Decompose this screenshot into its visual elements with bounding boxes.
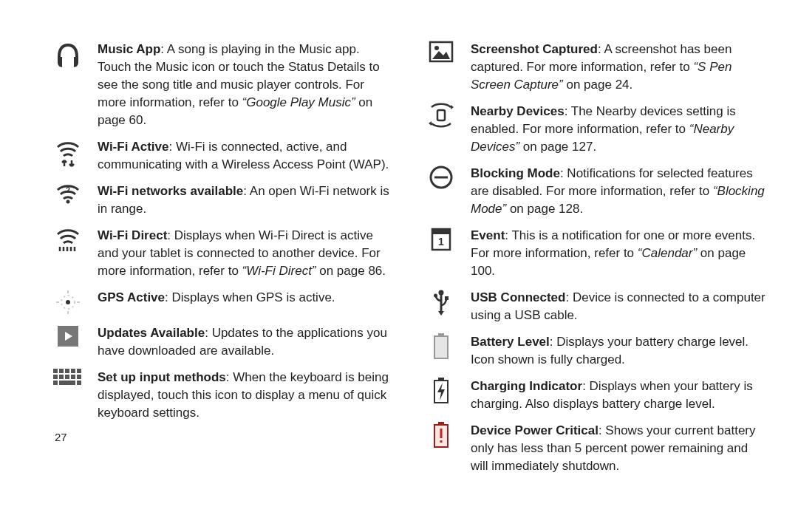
desc-charging: Charging Indicator: Displays when your b… xyxy=(471,378,768,413)
page-number: 27 xyxy=(55,431,395,443)
entry-wifi-direct: Wi-Fi Direct: Displays when Wi-Fi Direct… xyxy=(52,227,395,280)
svg-marker-41 xyxy=(438,311,444,316)
svg-rect-16 xyxy=(59,369,64,373)
entry-event: 1 Event: This is a notification for one … xyxy=(425,227,768,280)
keyboard-icon xyxy=(52,369,84,386)
usb-icon xyxy=(425,289,457,317)
entry-screenshot: Screenshot Captured: A screenshot has be… xyxy=(425,41,768,94)
event-icon: 1 xyxy=(425,227,457,252)
entry-music-app: Music App: A song is playing in the Musi… xyxy=(52,41,395,129)
desc-battery: Battery Level: Displays your battery cha… xyxy=(471,333,768,369)
desc-updates: Updates Available: Updates to the applic… xyxy=(98,324,395,360)
svg-marker-33 xyxy=(429,121,432,126)
svg-point-0 xyxy=(66,200,70,204)
svg-marker-30 xyxy=(432,51,450,59)
desc-nearby: Nearby Devices: The Nearby devices setti… xyxy=(471,103,768,156)
svg-rect-19 xyxy=(77,369,81,373)
desc-event: Event: This is a notification for one or… xyxy=(471,227,768,280)
desc-critical: Device Power Critical: Shows your curren… xyxy=(471,422,768,475)
desc-usb: USB Connected: Device is connected to a … xyxy=(471,289,768,324)
svg-rect-27 xyxy=(77,381,81,385)
entry-blocking-mode: Blocking Mode: Notifications for selecte… xyxy=(425,165,768,218)
right-column: Screenshot Captured: A screenshot has be… xyxy=(425,41,768,484)
svg-rect-37 xyxy=(432,229,450,234)
svg-rect-25 xyxy=(53,381,58,385)
battery-critical-icon xyxy=(425,422,457,449)
wifi-active-icon xyxy=(52,138,84,169)
svg-rect-18 xyxy=(71,369,75,373)
entry-battery-level: Battery Level: Displays your battery cha… xyxy=(425,333,768,369)
svg-rect-23 xyxy=(71,375,75,379)
entry-gps-active: GPS Active: Displays when GPS is active. xyxy=(52,289,395,316)
left-column: Music App: A song is playing in the Musi… xyxy=(52,41,395,484)
desc-music-app: Music App: A song is playing in the Musi… xyxy=(98,41,395,129)
entry-usb: USB Connected: Device is connected to a … xyxy=(425,289,768,324)
entry-wifi-active: Wi-Fi Active: Wi-Fi is connected, active… xyxy=(52,138,395,174)
updates-icon xyxy=(52,324,84,348)
desc-blocking: Blocking Mode: Notifications for selecte… xyxy=(471,165,768,218)
svg-point-42 xyxy=(434,294,437,298)
screenshot-icon xyxy=(425,41,457,63)
entry-wifi-available: ? Wi-Fi networks available: An open Wi-F… xyxy=(52,183,395,218)
nearby-devices-icon xyxy=(425,103,457,128)
svg-point-7 xyxy=(66,300,70,304)
desc-wifi-available: Wi-Fi networks available: An open Wi-Fi … xyxy=(98,183,395,218)
entry-power-critical: Device Power Critical: Shows your curren… xyxy=(425,422,768,475)
entry-charging: Charging Indicator: Displays when your b… xyxy=(425,378,768,413)
desc-gps: GPS Active: Displays when GPS is active. xyxy=(98,289,395,307)
desc-screenshot: Screenshot Captured: A screenshot has be… xyxy=(471,41,768,94)
svg-text:?: ? xyxy=(66,186,70,194)
battery-full-icon xyxy=(425,333,457,360)
desc-wifi-direct: Wi-Fi Direct: Displays when Wi-Fi Direct… xyxy=(98,227,395,280)
svg-rect-20 xyxy=(53,375,58,379)
svg-rect-17 xyxy=(65,369,69,373)
svg-rect-43 xyxy=(445,296,449,300)
wifi-available-icon: ? xyxy=(52,183,84,205)
desc-input-methods: Set up input methods: When the keyboard … xyxy=(98,369,395,422)
entry-updates-available: Updates Available: Updates to the applic… xyxy=(52,324,395,360)
svg-point-29 xyxy=(434,46,439,50)
headphones-icon xyxy=(52,41,84,70)
battery-charging-icon xyxy=(425,378,457,404)
svg-rect-21 xyxy=(59,375,64,379)
svg-rect-31 xyxy=(437,110,445,120)
svg-rect-24 xyxy=(77,375,81,379)
svg-rect-45 xyxy=(434,336,448,358)
svg-marker-32 xyxy=(451,105,454,109)
svg-rect-26 xyxy=(59,381,75,385)
entry-input-methods: Set up input methods: When the keyboard … xyxy=(52,369,395,422)
svg-rect-52 xyxy=(440,440,443,443)
svg-rect-51 xyxy=(440,429,443,438)
manual-page: Music App: A song is playing in the Musi… xyxy=(0,0,798,484)
svg-rect-22 xyxy=(65,375,69,379)
svg-rect-15 xyxy=(53,369,58,373)
svg-text:1: 1 xyxy=(438,236,444,248)
entry-nearby-devices: Nearby Devices: The Nearby devices setti… xyxy=(425,103,768,156)
desc-wifi-active: Wi-Fi Active: Wi-Fi is connected, active… xyxy=(98,138,395,174)
wifi-direct-icon xyxy=(52,227,84,253)
blocking-mode-icon xyxy=(425,165,457,190)
gps-icon xyxy=(52,289,84,316)
